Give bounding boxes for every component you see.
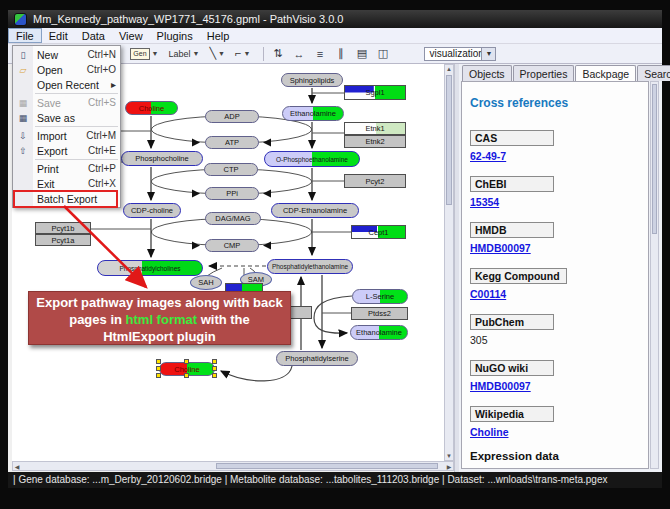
chevron-down-icon[interactable]: ▼ (481, 48, 495, 60)
pathway-node-cept1[interactable]: Cept1 (351, 225, 406, 239)
file-menu-item-new[interactable]: ▯NewCtrl+N (13, 47, 120, 62)
menu-separator (35, 159, 118, 160)
menu-help[interactable]: Help (200, 28, 237, 43)
align-middle-icon[interactable]: ↔ (291, 46, 306, 61)
pathway-node-dag-mag[interactable]: DAG/MAG (205, 212, 261, 225)
window-title: Mm_Kennedy_pathway_WP1771_45176.gpml - P… (33, 13, 343, 25)
align-center-icon[interactable]: ⇅ (270, 46, 285, 61)
selection-handle[interactable] (212, 359, 217, 364)
selection-handle[interactable] (184, 373, 189, 378)
tab-properties[interactable]: Properties (513, 65, 575, 81)
pathway-node-adp[interactable]: ADP (205, 110, 259, 123)
pathway-node-o-phosphoethanolamine[interactable]: O-Phosphoethanolamine (264, 151, 360, 167)
horizontal-scroll-thumb[interactable] (216, 463, 438, 469)
visualization-combobox[interactable]: visualization ▼ (424, 47, 496, 61)
selection-handle[interactable] (212, 373, 217, 378)
xref-title: Kegg Compound (470, 268, 567, 284)
xref-title: ChEBI (470, 176, 554, 192)
scroll-left-icon[interactable]: ◀ (13, 463, 21, 471)
tab-search[interactable]: Search (637, 65, 670, 81)
file-menu-item-save-as[interactable]: ▦Save as (13, 110, 120, 125)
xref-link[interactable]: HMDB00097 (470, 380, 531, 392)
scroll-down-icon[interactable]: ▼ (445, 452, 453, 460)
xref-link[interactable]: Choline (470, 426, 509, 438)
stack-horizontal-icon[interactable]: ≡ (312, 46, 327, 61)
pathway-node-choline-top[interactable]: Choline (125, 101, 178, 115)
scroll-up-icon[interactable]: ▲ (445, 65, 453, 73)
xref-link[interactable]: 62-49-7 (470, 150, 506, 162)
pathway-node-phosphocholine[interactable]: Phosphocholine (121, 151, 203, 166)
chevron-down-icon[interactable]: ▼ (218, 50, 225, 57)
pathway-node-ptdss2[interactable]: Ptdss2 (351, 307, 408, 320)
distribute-horizontal-icon[interactable]: ▤ (354, 46, 369, 61)
menu-plugins[interactable]: Plugins (150, 28, 200, 43)
menu-file[interactable]: File (8, 28, 42, 43)
selection-handle[interactable] (156, 366, 161, 371)
pathway-node-pcyt2[interactable]: Pcyt2 (344, 174, 406, 188)
xref-link[interactable]: 15354 (470, 196, 499, 208)
pathway-node-cdp-ethanolamine[interactable]: CDP-Ethanolamine (271, 203, 359, 218)
pathway-node-sphingolipids[interactable]: Sphingolipids (281, 73, 343, 87)
pathway-node-etnk1[interactable]: Etnk1 (344, 122, 406, 135)
pathway-node-ctp[interactable]: CTP (204, 163, 258, 176)
file-menu-item-export[interactable]: ⇧ExportCtrl+E (13, 143, 120, 158)
stack-vertical-icon[interactable]: ∥ (333, 46, 348, 61)
pathway-node-phosphatidylserine[interactable]: Phosphatidylserine (276, 351, 358, 366)
sidebar-tabs: ObjectsPropertiesBackpageSearchLegend (462, 65, 670, 81)
selection-handle[interactable] (156, 373, 161, 378)
xref-section-hmdb: HMDBHMDB00097 (470, 220, 648, 254)
menu-edit[interactable]: Edit (42, 28, 75, 43)
screenshot-stage: Mm_Kennedy_pathway_WP1771_45176.gpml - P… (0, 0, 670, 509)
file-menu-item-import[interactable]: ⇩ImportCtrl+M (13, 128, 120, 143)
file-menu-item-open-recent[interactable]: Open Recent▸ (13, 77, 120, 92)
pathway-node-sgpl1[interactable]: Sgpl1 (344, 85, 406, 100)
tab-backpage[interactable]: Backpage (575, 65, 636, 81)
pathway-node-pcyt1b[interactable]: Pcyt1b (35, 222, 91, 234)
pathway-node-sah[interactable]: SAH (190, 275, 222, 290)
sidebar-scroll-thumb[interactable] (652, 84, 657, 234)
label-tool-button[interactable]: Label ▼ (166, 48, 203, 60)
distribute-vertical-icon[interactable]: ◫ (375, 46, 390, 61)
sidebar-scrollbar[interactable] (650, 81, 659, 469)
selection-handle[interactable] (156, 359, 161, 364)
cross-reference-list: CAS62-49-7ChEBI15354HMDBHMDB00097Kegg Co… (470, 128, 648, 438)
pathway-node-ppi[interactable]: PPi (205, 187, 259, 200)
file-menu-item-exit[interactable]: ExitCtrl+X (13, 176, 120, 191)
cross-references-heading: Cross references (470, 96, 648, 110)
canvas-vertical-scrollbar[interactable]: ▲ ▼ (444, 64, 454, 461)
canvas-horizontal-scrollbar[interactable]: ◀ ▶ (12, 461, 454, 471)
scroll-right-icon[interactable]: ▶ (445, 463, 453, 471)
pathway-node-ethanolamine-2[interactable]: Ethanolamine (350, 325, 408, 340)
pathway-node-pcyt1a[interactable]: Pcyt1a (35, 234, 91, 246)
pathway-node-phosphatidylcholines[interactable]: Phosphatidylcholines (97, 260, 203, 276)
file-menu-item-open[interactable]: ▱OpenCtrl+O (13, 62, 120, 77)
xref-link[interactable]: C00114 (470, 288, 506, 300)
gene-tool-icon: Gen (130, 48, 149, 60)
xref-link[interactable]: HMDB00097 (470, 242, 531, 254)
pathway-node-gene-partial-2[interactable] (288, 306, 312, 319)
pathway-node-cdp-choline[interactable]: CDP-choline (123, 203, 181, 218)
pathway-node-phosphatidylethanolamine[interactable]: Phosphatidylethanolamine (267, 259, 353, 274)
tab-objects[interactable]: Objects (462, 65, 512, 81)
menu-view[interactable]: View (112, 28, 150, 43)
save-icon: ▦ (13, 98, 33, 108)
pathway-node-l-serine[interactable]: L-Serine (352, 289, 408, 304)
pathway-node-etnk2[interactable]: Etnk2 (344, 135, 406, 148)
gene-tool-button[interactable]: Gen ▼ (127, 47, 161, 61)
file-menu-item-label: Export (33, 145, 88, 157)
selection-handle[interactable] (212, 366, 217, 371)
xref-section-nugo-wiki: NuGO wikiHMDB00097 (470, 358, 648, 392)
chevron-down-icon[interactable]: ▼ (193, 50, 200, 57)
chevron-down-icon[interactable]: ▼ (243, 50, 250, 57)
vertical-scroll-thumb[interactable] (446, 75, 452, 205)
connector-tool-button[interactable]: ⌐ ▼ (232, 47, 253, 60)
menu-data[interactable]: Data (75, 28, 112, 43)
file-menu-item-print[interactable]: PrintCtrl+P (13, 161, 120, 176)
selection-handle[interactable] (184, 359, 189, 364)
pathway-node-ethanolamine-top[interactable]: Ethanolamine (282, 106, 344, 121)
chevron-down-icon[interactable]: ▼ (152, 50, 159, 57)
pathway-node-atp[interactable]: ATP (205, 136, 259, 149)
pathway-node-cmp[interactable]: CMP (205, 239, 259, 252)
line-tool-button[interactable]: ╲ ▼ (206, 47, 228, 60)
connector-tool-icon: ⌐ (235, 48, 241, 59)
